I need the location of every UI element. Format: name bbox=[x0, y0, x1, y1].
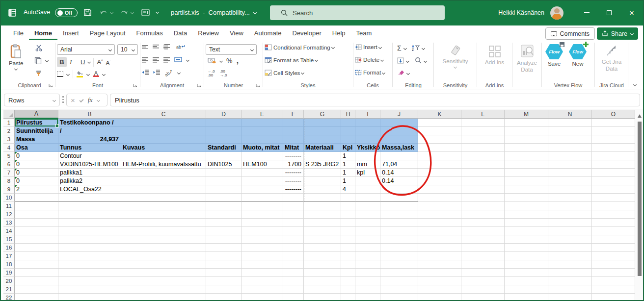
cell-H5[interactable]: 1 bbox=[341, 152, 355, 160]
italic-button[interactable]: I bbox=[70, 58, 78, 66]
cell-O2[interactable] bbox=[592, 127, 635, 135]
cell-N13[interactable] bbox=[548, 219, 592, 227]
cell-O21[interactable] bbox=[592, 285, 635, 294]
cell-N16[interactable] bbox=[548, 244, 592, 252]
cell-H18[interactable] bbox=[341, 260, 355, 269]
cell-M8[interactable] bbox=[505, 177, 548, 185]
cell-E15[interactable] bbox=[242, 235, 283, 244]
tab-home[interactable]: Home bbox=[29, 25, 57, 40]
cell-H1[interactable] bbox=[341, 119, 355, 127]
cell-D7[interactable] bbox=[206, 169, 242, 177]
cell-F16[interactable] bbox=[283, 244, 304, 252]
cell-J19[interactable] bbox=[380, 269, 418, 277]
cell-F14[interactable] bbox=[283, 227, 304, 235]
cell-N5[interactable] bbox=[548, 152, 592, 160]
cell-G7[interactable] bbox=[304, 169, 341, 177]
cell-B6[interactable]: VXDIN1025-HEM100 bbox=[58, 160, 121, 169]
cell-O3[interactable] bbox=[592, 135, 635, 144]
cell-I15[interactable] bbox=[355, 235, 380, 244]
cell-styles-button[interactable]: Cell Styles bbox=[265, 70, 351, 76]
cell-O9[interactable] bbox=[592, 185, 635, 194]
cell-I19[interactable] bbox=[355, 269, 380, 277]
cell-F12[interactable] bbox=[283, 210, 304, 219]
cell-C7[interactable] bbox=[121, 169, 206, 177]
cell-B21[interactable] bbox=[58, 285, 121, 294]
formula-input[interactable]: Piirustus bbox=[110, 94, 640, 106]
cell-L17[interactable] bbox=[461, 252, 505, 260]
cell-G21[interactable] bbox=[304, 285, 341, 294]
sensitivity-button[interactable]: Sensitivity bbox=[435, 44, 475, 68]
cell-A3[interactable]: Massa bbox=[15, 135, 58, 144]
cell-I4[interactable]: Yksikkö bbox=[355, 144, 380, 152]
row-header-4[interactable]: 4 bbox=[3, 144, 15, 152]
cell-J1[interactable] bbox=[380, 119, 418, 127]
fx-chevron[interactable] bbox=[96, 98, 100, 101]
maximize-button[interactable] bbox=[598, 0, 620, 25]
fill-color-button[interactable] bbox=[77, 71, 83, 77]
cell-C8[interactable] bbox=[121, 177, 206, 185]
save-icon[interactable] bbox=[83, 8, 92, 17]
column-header-F[interactable]: F bbox=[283, 110, 304, 119]
accounting-format-button[interactable] bbox=[208, 57, 216, 65]
cell-K19[interactable] bbox=[418, 269, 461, 277]
cell-H10[interactable] bbox=[341, 194, 355, 202]
cell-O14[interactable] bbox=[592, 227, 635, 235]
tab-developer[interactable]: Developer bbox=[287, 25, 327, 40]
cell-A11[interactable] bbox=[15, 202, 58, 210]
row-header-8[interactable]: 8 bbox=[3, 177, 15, 185]
cell-D13[interactable] bbox=[206, 219, 242, 227]
cell-O6[interactable] bbox=[592, 160, 635, 169]
cell-L11[interactable] bbox=[461, 202, 505, 210]
cell-H4[interactable]: Kpl bbox=[341, 144, 355, 152]
cell-I8[interactable] bbox=[355, 177, 380, 185]
enter-icon[interactable] bbox=[79, 98, 83, 102]
get-jira-data-button[interactable]: Get Jira Data bbox=[596, 44, 627, 73]
cell-G9[interactable] bbox=[304, 185, 341, 194]
column-header-B[interactable]: B bbox=[58, 110, 121, 119]
cell-C10[interactable] bbox=[121, 194, 206, 202]
cell-F8[interactable]: -------- bbox=[283, 177, 304, 185]
cell-G12[interactable] bbox=[304, 210, 341, 219]
cell-J5[interactable] bbox=[380, 152, 418, 160]
insert-cells-button[interactable]: Insert bbox=[355, 44, 391, 50]
cell-N21[interactable] bbox=[548, 285, 592, 294]
cell-O8[interactable] bbox=[592, 177, 635, 185]
cell-K3[interactable] bbox=[418, 135, 461, 144]
cell-L2[interactable] bbox=[461, 127, 505, 135]
cell-E11[interactable] bbox=[242, 202, 283, 210]
cell-M17[interactable] bbox=[505, 252, 548, 260]
row-header-2[interactable]: 2 bbox=[3, 127, 15, 135]
cell-J6[interactable]: 71,04 bbox=[380, 160, 418, 169]
cell-L14[interactable] bbox=[461, 227, 505, 235]
cell-J8[interactable]: 0.14 bbox=[380, 177, 418, 185]
cell-L15[interactable] bbox=[461, 235, 505, 244]
cell-G15[interactable] bbox=[304, 235, 341, 244]
borders-button[interactable] bbox=[57, 71, 63, 77]
cell-A4[interactable]: Osa bbox=[15, 144, 58, 152]
tab-page-layout[interactable]: Page Layout bbox=[84, 25, 131, 40]
cell-G19[interactable] bbox=[304, 269, 341, 277]
cell-M15[interactable] bbox=[505, 235, 548, 244]
vertical-scrollbar[interactable] bbox=[636, 110, 643, 301]
cell-K15[interactable] bbox=[418, 235, 461, 244]
row-header-12[interactable]: 12 bbox=[3, 210, 15, 219]
underline-button[interactable]: U bbox=[80, 58, 85, 66]
cell-I5[interactable] bbox=[355, 152, 380, 160]
tab-team[interactable]: Team bbox=[351, 25, 377, 40]
cell-C18[interactable] bbox=[121, 260, 206, 269]
cell-D22[interactable] bbox=[206, 294, 242, 301]
alignment-dialog-launcher[interactable] bbox=[197, 83, 201, 87]
cell-L1[interactable] bbox=[461, 119, 505, 127]
tab-data[interactable]: Data bbox=[168, 25, 192, 40]
cell-A2[interactable]: Suunnittelija bbox=[15, 127, 58, 135]
cell-L4[interactable] bbox=[461, 144, 505, 152]
tab-automate[interactable]: Automate bbox=[249, 25, 287, 40]
cell-A17[interactable] bbox=[15, 252, 58, 260]
cell-J10[interactable] bbox=[380, 194, 418, 202]
cell-K18[interactable] bbox=[418, 260, 461, 269]
cell-G17[interactable] bbox=[304, 252, 341, 260]
cell-K7[interactable] bbox=[418, 169, 461, 177]
cell-G11[interactable] bbox=[304, 202, 341, 210]
font-name-select[interactable]: Arial bbox=[57, 44, 115, 55]
cell-G5[interactable] bbox=[304, 152, 341, 160]
